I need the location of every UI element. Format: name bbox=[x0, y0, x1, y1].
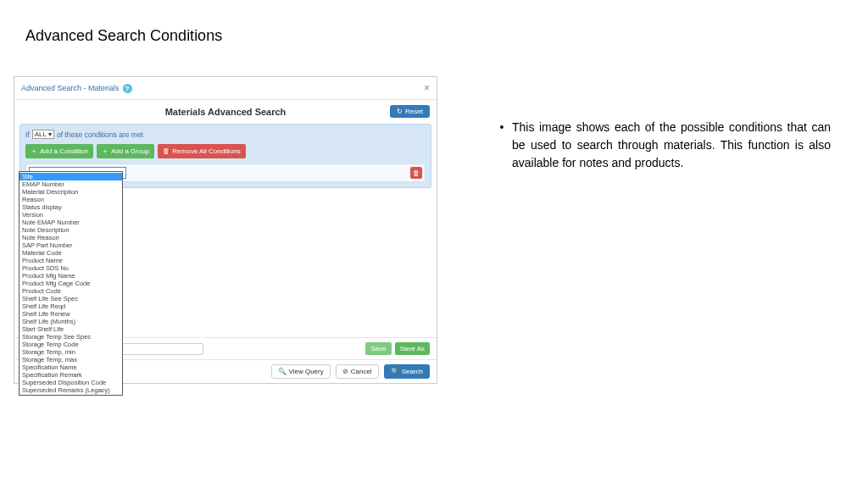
slide-title: Advanced Search Conditions bbox=[25, 27, 222, 45]
all-any-value: ALL bbox=[35, 130, 47, 138]
search-icon: 🔍 bbox=[391, 368, 399, 375]
dropdown-option[interactable]: Shelf Life Reqd bbox=[19, 302, 122, 310]
search-label: Search bbox=[402, 368, 423, 375]
cancel-icon: ⊘ bbox=[342, 368, 348, 375]
trash-icon: 🗑 bbox=[163, 147, 170, 155]
condition-sentence: If ALL ▾ of these conditions are met bbox=[25, 130, 426, 139]
close-icon[interactable]: × bbox=[424, 82, 430, 94]
dropdown-option[interactable]: Note Reason bbox=[19, 234, 122, 241]
dropdown-option[interactable]: Product SDS No bbox=[19, 264, 122, 272]
view-query-button[interactable]: 🔍 View Query bbox=[271, 364, 331, 379]
search-button[interactable]: 🔍 Search bbox=[384, 364, 430, 379]
rest-text: of these conditions are met bbox=[57, 130, 143, 139]
dropdown-option[interactable]: Superseded Disposition Code bbox=[19, 379, 122, 386]
plus-icon: ＋ bbox=[31, 147, 37, 156]
dropdown-option[interactable]: Specification Remark bbox=[19, 371, 122, 379]
modal-subheader: Materials Advanced Search ↻ Reset bbox=[14, 100, 437, 124]
dropdown-option[interactable]: Note Description bbox=[19, 226, 122, 234]
dropdown-option[interactable]: Material Description bbox=[19, 188, 122, 196]
chevron-down-icon: ▾ bbox=[48, 130, 52, 138]
if-text: If bbox=[25, 130, 30, 139]
dropdown-option[interactable]: Storage Temp Code bbox=[19, 341, 122, 348]
dropdown-option[interactable]: Site bbox=[19, 173, 122, 180]
reset-label: Reset bbox=[405, 108, 423, 115]
dropdown-option[interactable]: Specification Name bbox=[19, 363, 122, 371]
bullet-icon: • bbox=[492, 119, 512, 172]
remove-all-button[interactable]: 🗑 Remove All Conditions bbox=[158, 144, 245, 158]
dropdown-option[interactable]: SAP Part Number bbox=[19, 241, 122, 249]
cancel-label: Cancel bbox=[351, 368, 372, 375]
plus-icon: ＋ bbox=[102, 147, 108, 156]
remove-all-label: Remove All Conditions bbox=[172, 147, 240, 155]
dropdown-option[interactable]: Product Name bbox=[19, 257, 122, 264]
dropdown-option[interactable]: Storage Temp, max bbox=[19, 356, 122, 363]
cancel-button[interactable]: ⊘ Cancel bbox=[336, 364, 379, 379]
add-group-label: Add a Group bbox=[111, 147, 149, 155]
dropdown-option[interactable]: EMAP Number bbox=[19, 180, 122, 188]
dropdown-option[interactable]: Shelf Life See Spec bbox=[19, 295, 122, 302]
dropdown-option[interactable]: Storage Temp, min bbox=[19, 348, 122, 356]
dropdown-option[interactable]: Shelf Life Renew bbox=[19, 310, 122, 318]
bullet-text: This image shows each of the possible co… bbox=[512, 119, 831, 172]
dropdown-option[interactable]: Material Code bbox=[19, 249, 122, 257]
dropdown-option[interactable]: Product Code bbox=[19, 287, 122, 295]
view-query-label: View Query bbox=[289, 368, 324, 375]
delete-condition-button[interactable]: 🗑 bbox=[410, 167, 422, 179]
dropdown-option[interactable]: Note EMAP Number bbox=[19, 219, 122, 226]
dropdown-option[interactable]: Storage Temp See Spec bbox=[19, 333, 122, 341]
help-icon[interactable]: ? bbox=[123, 84, 132, 93]
reset-button[interactable]: ↻ Reset bbox=[390, 105, 430, 118]
explanatory-text: • This image shows each of the possible … bbox=[492, 119, 831, 172]
dropdown-option[interactable]: Version bbox=[19, 211, 122, 219]
add-condition-button[interactable]: ＋ Add a Condition bbox=[25, 144, 93, 158]
dropdown-option[interactable]: Product Mfg Cage Code bbox=[19, 280, 122, 287]
add-group-button[interactable]: ＋ Add a Group bbox=[97, 144, 154, 158]
modal-header: Advanced Search - Materials ? × bbox=[14, 77, 437, 100]
save-button[interactable]: Save bbox=[365, 342, 391, 355]
dropdown-option[interactable]: Reason bbox=[19, 196, 122, 203]
save-as-button[interactable]: Save As bbox=[395, 342, 430, 355]
condition-buttons: ＋ Add a Condition ＋ Add a Group 🗑 Remove… bbox=[25, 144, 426, 158]
dropdown-option[interactable]: Status display bbox=[19, 203, 122, 211]
modal-subtitle: Materials Advanced Search bbox=[165, 107, 287, 117]
dropdown-option[interactable]: Shelf Life (Months) bbox=[19, 318, 122, 325]
dropdown-option[interactable]: Product Mfg Name bbox=[19, 272, 122, 280]
dropdown-option[interactable]: Superseded Remarks (Legacy) bbox=[19, 386, 122, 394]
trash-icon: 🗑 bbox=[413, 169, 420, 177]
search-icon: 🔍 bbox=[278, 368, 287, 375]
field-dropdown[interactable]: SiteEMAP NumberMaterial DescriptionReaso… bbox=[19, 171, 123, 396]
add-condition-label: Add a Condition bbox=[40, 147, 88, 155]
dropdown-option[interactable]: Start Shelf Life bbox=[19, 325, 122, 333]
modal-title: Advanced Search - Materials bbox=[21, 84, 120, 92]
refresh-icon: ↻ bbox=[397, 108, 403, 115]
all-any-select[interactable]: ALL ▾ bbox=[32, 130, 54, 139]
